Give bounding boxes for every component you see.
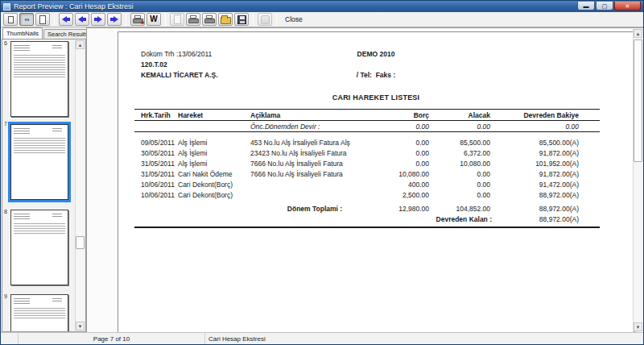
cell-date: 10/06/2011	[134, 181, 175, 189]
cell-aciklama: 453 No.lu Alş İrsaliyeli Fatura Alş	[247, 139, 382, 147]
previous-page-icon-tail	[83, 18, 86, 21]
thumbnail-page-7[interactable]: 7	[4, 122, 75, 202]
report-scrollbar-track[interactable]	[634, 38, 642, 322]
cell-alacak: 6,372.00	[431, 149, 492, 157]
open-folder-icon	[221, 17, 231, 24]
thumbnail-page-image	[10, 210, 68, 285]
save-report-button[interactable]	[234, 13, 249, 26]
table-rule-bottom	[134, 227, 600, 228]
cell-alacak: 85,500.00	[431, 139, 492, 147]
report-scrollbar[interactable]: ▲ ▼	[633, 29, 642, 331]
zoom-whole-page-button[interactable]	[35, 13, 50, 26]
col-header-hrk-tarih: Hrk.Tarih	[134, 111, 175, 119]
opening-borc: 0.00	[382, 123, 431, 131]
table-row: 10/06/2011 Cari Dekont(Borç) 400.00 0.00…	[134, 179, 600, 189]
cell-hareket: Alş İşlemi	[175, 160, 247, 168]
report-table: Hrk.Tarih Hareket Açiklama Borç Alacak D…	[134, 109, 600, 228]
close-window-button[interactable]: ✕	[614, 2, 641, 10]
totals-alacak: 104,852.00	[431, 205, 492, 213]
carry-bakiye: 88,972.00(A)	[492, 215, 600, 223]
cell-bakiye: 101,952.00(A)	[492, 160, 600, 168]
report-viewport: Döküm Trh :13/06/2011 DEMO 2010 120.T.02…	[86, 27, 643, 332]
window-title: Report Preview : Cari Hesap Ekstresi	[14, 2, 577, 10]
previous-page-button[interactable]	[75, 13, 89, 26]
period-totals-row: Dönem Toplami : 12,980.00 104,852.00 88,…	[134, 203, 600, 214]
thumbnail-panel: 6 7 8	[2, 39, 86, 332]
toolbar-separator	[165, 14, 166, 26]
cell-hareket: Alş İşlemi	[175, 149, 247, 157]
print-current-page-button[interactable]	[130, 13, 145, 26]
table-row: 31/05/2011 Alş İşlemi 7666 No.lu Alş İrs…	[134, 158, 600, 168]
zoom-page-width-button[interactable]	[3, 13, 18, 26]
sidebar-tabs: ThumbNails Search Results	[1, 27, 86, 39]
last-page-button[interactable]	[107, 13, 122, 26]
report-scrollbar-thumb[interactable]	[634, 39, 642, 162]
thumbnail-page-6[interactable]: 6	[4, 41, 75, 117]
thumbnail-scrollbar-track[interactable]	[76, 49, 85, 322]
content-area: ThumbNails Search Results 6 7	[1, 27, 643, 332]
tab-thumbnails[interactable]: ThumbNails	[2, 27, 43, 39]
close-preview-button[interactable]: Close	[281, 13, 307, 26]
scroll-down-icon[interactable]: ▼	[76, 322, 85, 330]
cell-bakiye: 85,500.00(A)	[492, 139, 600, 147]
cell-date: 31/05/2011	[134, 170, 175, 178]
tab-search-results[interactable]: Search Results	[43, 29, 93, 39]
zoom-fit-button[interactable]: ‹·›	[19, 13, 34, 26]
maximize-button[interactable]: ▢	[596, 2, 613, 10]
thumbnail-page-number: 6	[4, 40, 7, 46]
print-button[interactable]	[186, 13, 200, 26]
report-firm-title: DEMO 2010	[118, 50, 634, 58]
first-page-icon-tail	[67, 18, 70, 21]
exit-icon	[261, 15, 270, 24]
report-tel-faks: / Tel: Faks :	[118, 71, 634, 79]
opening-label: Önc.Dönemden Devir :	[247, 123, 382, 131]
scroll-down-icon[interactable]: ▼	[634, 322, 642, 331]
toolbar-separator	[276, 14, 277, 26]
col-header-borc: Borç	[382, 111, 431, 119]
scroll-up-icon[interactable]: ▲	[634, 29, 642, 38]
next-page-icon	[97, 16, 102, 23]
cell-alacak: 0.00	[431, 191, 492, 199]
cell-date: 09/05/2011	[134, 139, 175, 147]
cell-alacak: 10,080.00	[431, 160, 492, 168]
cell-alacak: 0.00	[431, 170, 492, 178]
carry-balance-row: Devreden Kalan : 88,972.00(A)	[134, 214, 600, 224]
first-page-button[interactable]	[59, 13, 73, 26]
cell-borc: 2,500.00	[382, 191, 431, 199]
thumbnail-page-image	[10, 294, 68, 332]
app-icon	[3, 3, 10, 10]
cell-alacak: 0.00	[431, 181, 492, 189]
watermark-button[interactable]: W	[147, 13, 161, 26]
table-row: 09/05/2011 Alş İşlemi 453 No.lu Alş İrsa…	[134, 137, 600, 148]
exit-button[interactable]	[258, 13, 272, 26]
last-page-icon	[114, 16, 118, 23]
new-report-button[interactable]	[170, 13, 184, 26]
next-page-button[interactable]	[91, 13, 105, 26]
report-title: CARI HAREKET LISTESI	[118, 94, 634, 104]
opening-bakiye: 0.00	[492, 123, 600, 131]
watermark-icon: W	[150, 15, 157, 23]
table-row: 30/05/2011 Alş İşlemi 23423 No.lu Alş İr…	[134, 148, 600, 158]
thumbnail-page-number: 7	[4, 121, 7, 127]
cell-bakiye: 91,872.00(A)	[492, 170, 600, 178]
status-bar: Page 7 of 10 Cari Hesap Ekstresi	[1, 332, 643, 344]
thumbnail-page-8[interactable]: 8	[4, 210, 75, 285]
minimize-button[interactable]: ▬	[577, 2, 595, 10]
toolbar-separator	[54, 14, 55, 26]
print-dialog-button[interactable]	[202, 13, 217, 26]
print-current-page-icon	[133, 15, 143, 23]
cell-bakiye: 91,472.00(A)	[492, 181, 600, 189]
cell-hareket: Cari Dekont(Borç)	[175, 181, 247, 189]
cell-date: 10/06/2011	[134, 191, 175, 199]
scroll-up-icon[interactable]: ▲	[76, 40, 85, 49]
cell-borc: 0.00	[382, 139, 431, 147]
page-width-icon	[8, 16, 14, 23]
cell-borc: 10,080.00	[382, 170, 431, 178]
report-header: Döküm Trh :13/06/2011 DEMO 2010 120.T.02…	[118, 32, 634, 81]
thumbnail-scrollbar-thumb[interactable]	[76, 236, 85, 249]
open-report-button[interactable]	[218, 13, 233, 26]
thumbnail-page-9[interactable]: 9	[4, 294, 75, 332]
cell-hareket: Cari Nakit Ödeme	[175, 170, 247, 178]
thumbnail-scrollbar[interactable]: ▲ ▼	[75, 40, 85, 330]
totals-label: Dönem Toplami :	[247, 205, 382, 213]
